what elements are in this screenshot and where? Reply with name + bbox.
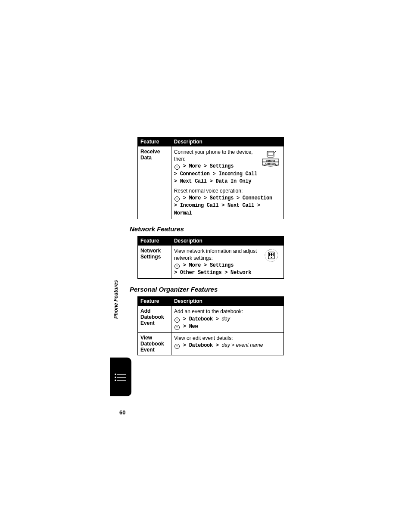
svg-rect-10 <box>272 255 273 256</box>
menu-path: > More > Settings <box>180 262 234 268</box>
feature-cell: Add Datebook Event <box>138 306 171 333</box>
menu-path: > More > Settings > Connection <box>180 195 272 201</box>
svg-point-17 <box>115 380 116 381</box>
menu-path: > Next Call > Data In Only <box>174 178 251 184</box>
optional-accessory-icon: Optional Accessory <box>262 150 279 167</box>
description-cell: View network information and adjust netw… <box>171 245 283 279</box>
table-header-row: Feature Description <box>138 236 284 245</box>
section-heading-network: Network Features <box>130 225 288 233</box>
feature-cell: Receive Data <box>138 146 171 219</box>
svg-rect-8 <box>272 253 273 255</box>
col-feature: Feature <box>138 236 171 245</box>
desc-text: Add an event to the datebook: <box>174 308 243 314</box>
side-section-label: Phone Features <box>113 280 119 319</box>
menu-key-icon: T <box>174 344 180 349</box>
table-row: View Datebook Event View or edit event d… <box>138 333 284 355</box>
svg-rect-1 <box>268 152 273 156</box>
svg-point-13 <box>115 373 116 375</box>
content-area: Feature Description Receive Data Optio <box>137 137 288 355</box>
menu-path-italic: day <box>222 316 230 322</box>
table-row: Add Datebook Event Add an event to the d… <box>138 306 284 333</box>
badge-text-bottom: Accessory <box>265 162 276 165</box>
desc-text: Connect your phone to the device, then: <box>174 149 253 162</box>
table-header-row: Feature Description <box>138 297 284 306</box>
menu-path-italic: event name <box>236 342 263 348</box>
desc-text: View or edit event details: <box>174 335 233 341</box>
section-heading-organizer: Personal Organizer Features <box>130 286 288 293</box>
svg-rect-9 <box>270 255 271 256</box>
description-wrap: Optional Accessory Connect your phone to… <box>174 149 281 217</box>
col-feature: Feature <box>138 137 171 146</box>
table-row: Receive Data Optional Accessory <box>138 146 284 219</box>
desc-text: Reset normal voice operation: <box>174 188 243 194</box>
description-cell: View or edit event details: T > Datebook… <box>171 333 283 355</box>
menu-path: > More > Settings <box>180 163 234 169</box>
svg-point-15 <box>115 376 116 378</box>
page: Feature Description Receive Data Optio <box>0 0 411 532</box>
menu-path: > Connection > Incoming Call <box>174 171 257 177</box>
receive-data-table: Feature Description Receive Data Optio <box>137 137 284 219</box>
menu-path: > <box>230 342 236 348</box>
menu-path: > Other Settings > Network <box>174 270 251 276</box>
table-header-row: Feature Description <box>138 137 284 146</box>
feature-cell: Network Settings <box>138 245 171 279</box>
desc-text: View network information and adjust netw… <box>174 248 257 261</box>
svg-rect-7 <box>270 253 271 255</box>
col-feature: Feature <box>138 297 171 306</box>
svg-line-2 <box>274 151 276 153</box>
description-wrap: View network information and adjust netw… <box>174 248 281 277</box>
badge-text-top: Optional <box>266 159 275 162</box>
desc-block: Reset normal voice operation: T > More >… <box>174 187 281 217</box>
menu-path: > Datebook > <box>180 342 222 348</box>
menu-path: > Datebook > <box>180 316 222 322</box>
menu-key-icon: T <box>174 165 180 170</box>
menu-path: > Incoming Call > Next Call > Normal <box>174 202 260 216</box>
page-number: 60 <box>119 409 125 416</box>
description-cell: Optional Accessory Connect your phone to… <box>171 146 283 219</box>
feature-cell: View Datebook Event <box>138 333 171 355</box>
menu-key-icon: T <box>174 325 180 330</box>
menu-key-icon: T <box>174 196 180 202</box>
col-description: Description <box>171 297 283 306</box>
col-description: Description <box>171 236 283 245</box>
side-tab-icon <box>110 358 131 396</box>
menu-key-icon: T <box>174 317 180 323</box>
col-description: Description <box>171 137 283 146</box>
menu-key-icon: T <box>174 264 180 269</box>
svg-point-11 <box>271 257 272 258</box>
network-table: Feature Description Network Settings <box>137 236 284 279</box>
svg-line-12 <box>268 250 269 251</box>
network-feature-icon <box>264 249 279 263</box>
menu-path-italic: day <box>222 342 230 348</box>
table-row: Network Settings <box>138 245 284 279</box>
menu-path: > New <box>180 324 198 330</box>
description-cell: Add an event to the datebook: T > Datebo… <box>171 306 283 333</box>
organizer-table: Feature Description Add Datebook Event A… <box>137 296 284 355</box>
